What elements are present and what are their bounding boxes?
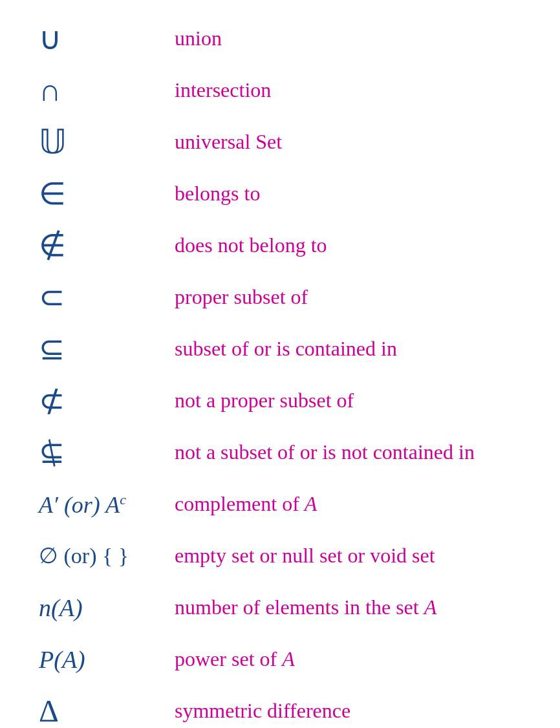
belongs-to-description: belongs to xyxy=(175,182,260,205)
symbol-col: ∉ xyxy=(26,230,162,261)
not-proper-subset-symbol: ⊄ xyxy=(39,385,65,416)
symbol-col: ⊂ xyxy=(26,282,162,313)
not-subset-symbol: ⊆/ xyxy=(39,437,65,468)
not-belong-description: does not belong to xyxy=(175,233,327,257)
union-description: union xyxy=(175,27,222,50)
list-item: ⊆/ not a subset of or is not contained i… xyxy=(26,427,534,478)
list-item: ∪ union xyxy=(26,13,534,65)
description-col: symmetric difference xyxy=(162,698,534,725)
symbol-col: A′ (or) Ac xyxy=(26,493,162,517)
symbol-col: Δ xyxy=(26,696,162,727)
description-col: complement of A xyxy=(162,491,534,518)
symmetric-diff-description: symmetric difference xyxy=(175,699,350,722)
description-col: does not belong to xyxy=(162,232,534,259)
not-subset-description: not a subset of or is not contained in xyxy=(175,440,475,464)
list-item: ∉ does not belong to xyxy=(26,220,534,272)
complement-symbol: A′ (or) Ac xyxy=(39,493,126,517)
symbol-col: ∪ xyxy=(26,23,162,54)
description-col: proper subset of xyxy=(162,284,534,311)
list-item: ∩ intersection xyxy=(26,65,534,116)
list-item: ∈ belongs to xyxy=(26,168,534,220)
complement-description: complement of A xyxy=(175,492,317,515)
symbol-col: ⊄ xyxy=(26,385,162,416)
description-col: union xyxy=(162,25,534,52)
description-col: intersection xyxy=(162,77,534,104)
symbol-col: ∩ xyxy=(26,75,162,106)
description-col: not a subset of or is not contained in xyxy=(162,439,534,466)
n-elements-description: number of elements in the set A xyxy=(175,595,436,619)
symbol-col: ⊆ xyxy=(26,334,162,365)
subset-description: subset of or is contained in xyxy=(175,337,397,360)
intersection-symbol: ∩ xyxy=(39,75,61,106)
list-item: ⊂ proper subset of xyxy=(26,272,534,323)
symbol-col: ∅ (or) { } xyxy=(26,545,162,567)
subset-symbol: ⊆ xyxy=(39,334,65,365)
list-item: ∅ (or) { } empty set or null set or void… xyxy=(26,530,534,582)
not-proper-subset-description: not a proper subset of xyxy=(175,389,354,412)
list-item: ⊄ not a proper subset of xyxy=(26,375,534,427)
power-set-symbol: P(A) xyxy=(39,647,85,672)
intersection-description: intersection xyxy=(175,78,271,102)
list-item: P(A) power set of A xyxy=(26,634,534,685)
empty-set-description: empty set or null set or void set xyxy=(175,544,435,567)
description-col: not a proper subset of xyxy=(162,387,534,414)
symbol-col: ∈ xyxy=(26,178,162,209)
description-col: empty set or null set or void set xyxy=(162,542,534,570)
proper-subset-description: proper subset of xyxy=(175,285,308,308)
symbol-col: ⊆/ xyxy=(26,437,162,468)
n-elements-symbol: n(A) xyxy=(39,595,83,620)
symbol-col: n(A) xyxy=(26,595,162,620)
description-col: power set of A xyxy=(162,646,534,673)
universal-set-symbol: 𝕌 xyxy=(39,125,67,159)
not-belong-symbol: ∉ xyxy=(39,230,66,261)
proper-subset-symbol: ⊂ xyxy=(39,282,65,313)
list-item: A′ (or) Ac complement of A xyxy=(26,478,534,530)
power-set-description: power set of A xyxy=(175,647,295,670)
description-col: number of elements in the set A xyxy=(162,594,534,621)
empty-set-symbol: ∅ (or) { } xyxy=(39,545,129,567)
union-symbol: ∪ xyxy=(39,23,61,54)
list-item: Δ symmetric difference xyxy=(26,685,534,728)
universal-set-description: universal Set xyxy=(175,130,282,153)
description-col: universal Set xyxy=(162,129,534,156)
list-item: 𝕌 universal Set xyxy=(26,116,534,168)
list-item: ⊆ subset of or is contained in xyxy=(26,323,534,375)
symbol-col: P(A) xyxy=(26,647,162,672)
symmetric-diff-symbol: Δ xyxy=(39,696,59,727)
description-col: subset of or is contained in xyxy=(162,336,534,363)
belongs-to-symbol: ∈ xyxy=(39,178,66,209)
set-theory-table: ∪ union ∩ intersection 𝕌 universal Set ∈… xyxy=(26,13,534,728)
description-col: belongs to xyxy=(162,180,534,208)
symbol-col: 𝕌 xyxy=(26,125,162,159)
list-item: n(A) number of elements in the set A xyxy=(26,582,534,634)
